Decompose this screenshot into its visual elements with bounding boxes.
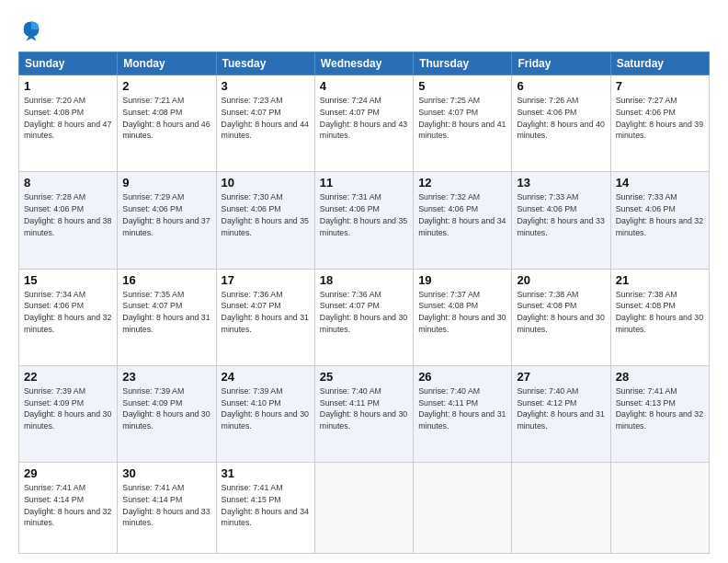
logo-icon (18, 17, 44, 42)
weekday-header-cell: Wednesday (314, 52, 413, 75)
sunrise-label: Sunrise: 7:20 AM (24, 96, 85, 105)
calendar-week-row: 15 Sunrise: 7:34 AM Sunset: 4:06 PM Dayl… (19, 269, 710, 365)
daylight-label: Daylight: 8 hours and 47 minutes. (24, 120, 111, 141)
day-info: Sunrise: 7:38 AM Sunset: 4:08 PM Dayligh… (616, 289, 704, 336)
day-number: 7 (616, 79, 704, 93)
day-info: Sunrise: 7:30 AM Sunset: 4:06 PM Dayligh… (222, 191, 310, 238)
weekday-header-cell: Monday (118, 52, 216, 75)
day-number: 12 (418, 176, 506, 190)
calendar-day-cell: 24 Sunrise: 7:39 AM Sunset: 4:10 PM Dayl… (216, 365, 314, 462)
calendar-day-cell: 27 Sunrise: 7:40 AM Sunset: 4:12 PM Dayl… (512, 365, 610, 462)
calendar-day-cell (512, 463, 610, 554)
day-info: Sunrise: 7:24 AM Sunset: 4:07 PM Dayligh… (320, 95, 408, 142)
day-number: 21 (616, 273, 704, 287)
calendar-day-cell (414, 463, 512, 554)
calendar-day-cell: 11 Sunrise: 7:31 AM Sunset: 4:06 PM Dayl… (314, 172, 413, 269)
sunrise-label: Sunrise: 7:27 AM (616, 96, 677, 105)
calendar-week-row: 22 Sunrise: 7:39 AM Sunset: 4:09 PM Dayl… (19, 365, 710, 462)
day-number: 30 (122, 466, 210, 480)
sunset-label: Sunset: 4:14 PM (24, 495, 84, 504)
day-number: 9 (122, 176, 210, 190)
day-info: Sunrise: 7:38 AM Sunset: 4:08 PM Dayligh… (517, 289, 605, 336)
day-info: Sunrise: 7:40 AM Sunset: 4:11 PM Dayligh… (418, 385, 506, 432)
sunset-label: Sunset: 4:06 PM (517, 204, 576, 213)
sunset-label: Sunset: 4:08 PM (24, 108, 84, 117)
sunset-label: Sunset: 4:06 PM (222, 204, 281, 213)
sunset-label: Sunset: 4:14 PM (122, 495, 182, 504)
day-info: Sunrise: 7:20 AM Sunset: 4:08 PM Dayligh… (24, 95, 112, 142)
sunrise-label: Sunrise: 7:38 AM (517, 290, 578, 299)
sunset-label: Sunset: 4:07 PM (222, 108, 281, 117)
day-number: 17 (222, 273, 310, 287)
calendar-day-cell: 30 Sunrise: 7:41 AM Sunset: 4:14 PM Dayl… (118, 463, 216, 554)
calendar-day-cell: 10 Sunrise: 7:30 AM Sunset: 4:06 PM Dayl… (216, 172, 314, 269)
day-number: 18 (320, 273, 408, 287)
day-info: Sunrise: 7:39 AM Sunset: 4:09 PM Dayligh… (122, 385, 210, 432)
day-number: 23 (122, 370, 210, 384)
sunset-label: Sunset: 4:06 PM (320, 204, 380, 213)
daylight-label: Daylight: 8 hours and 32 minutes. (616, 409, 703, 431)
calendar-body: 1 Sunrise: 7:20 AM Sunset: 4:08 PM Dayli… (19, 75, 710, 554)
calendar-day-cell: 1 Sunrise: 7:20 AM Sunset: 4:08 PM Dayli… (19, 75, 118, 172)
calendar-day-cell: 15 Sunrise: 7:34 AM Sunset: 4:06 PM Dayl… (19, 269, 118, 365)
sunrise-label: Sunrise: 7:39 AM (122, 386, 184, 396)
calendar-day-cell (314, 463, 413, 554)
sunset-label: Sunset: 4:07 PM (122, 301, 182, 310)
daylight-label: Daylight: 8 hours and 40 minutes. (517, 120, 604, 141)
day-number: 5 (418, 79, 506, 93)
sunrise-label: Sunrise: 7:31 AM (320, 192, 381, 201)
sunrise-label: Sunrise: 7:40 AM (418, 386, 480, 396)
calendar-day-cell: 28 Sunrise: 7:41 AM Sunset: 4:13 PM Dayl… (610, 365, 709, 462)
day-number: 11 (320, 176, 408, 190)
sunset-label: Sunset: 4:13 PM (616, 398, 676, 408)
calendar-week-row: 29 Sunrise: 7:41 AM Sunset: 4:14 PM Dayl… (19, 463, 710, 554)
sunrise-label: Sunrise: 7:34 AM (24, 290, 85, 299)
calendar-day-cell: 6 Sunrise: 7:26 AM Sunset: 4:06 PM Dayli… (512, 75, 610, 172)
sunrise-label: Sunrise: 7:41 AM (24, 483, 85, 492)
sunset-label: Sunset: 4:09 PM (122, 398, 182, 408)
calendar-day-cell: 25 Sunrise: 7:40 AM Sunset: 4:11 PM Dayl… (314, 365, 413, 462)
day-number: 13 (517, 176, 605, 190)
sunrise-label: Sunrise: 7:40 AM (517, 386, 578, 396)
day-info: Sunrise: 7:37 AM Sunset: 4:08 PM Dayligh… (418, 289, 506, 336)
sunrise-label: Sunrise: 7:21 AM (122, 96, 184, 105)
calendar-day-cell: 9 Sunrise: 7:29 AM Sunset: 4:06 PM Dayli… (118, 172, 216, 269)
weekday-header-cell: Saturday (610, 52, 709, 75)
day-info: Sunrise: 7:33 AM Sunset: 4:06 PM Dayligh… (517, 191, 605, 238)
daylight-label: Daylight: 8 hours and 30 minutes. (418, 313, 506, 334)
day-info: Sunrise: 7:41 AM Sunset: 4:14 PM Dayligh… (122, 482, 210, 529)
calendar-day-cell: 7 Sunrise: 7:27 AM Sunset: 4:06 PM Dayli… (610, 75, 709, 172)
sunrise-label: Sunrise: 7:38 AM (616, 290, 677, 299)
sunrise-label: Sunrise: 7:30 AM (222, 192, 283, 201)
day-info: Sunrise: 7:23 AM Sunset: 4:07 PM Dayligh… (222, 95, 310, 142)
day-info: Sunrise: 7:40 AM Sunset: 4:11 PM Dayligh… (320, 385, 408, 432)
day-info: Sunrise: 7:39 AM Sunset: 4:10 PM Dayligh… (222, 385, 310, 432)
sunset-label: Sunset: 4:06 PM (24, 204, 84, 213)
calendar-day-cell: 21 Sunrise: 7:38 AM Sunset: 4:08 PM Dayl… (610, 269, 709, 365)
calendar-day-cell: 31 Sunrise: 7:41 AM Sunset: 4:15 PM Dayl… (216, 463, 314, 554)
day-number: 1 (24, 79, 112, 93)
day-number: 27 (517, 370, 605, 384)
day-number: 16 (122, 273, 210, 287)
sunrise-label: Sunrise: 7:26 AM (517, 96, 578, 105)
calendar-day-cell: 16 Sunrise: 7:35 AM Sunset: 4:07 PM Dayl… (118, 269, 216, 365)
day-number: 20 (517, 273, 605, 287)
sunrise-label: Sunrise: 7:25 AM (418, 96, 480, 105)
daylight-label: Daylight: 8 hours and 33 minutes. (122, 507, 210, 528)
sunset-label: Sunset: 4:10 PM (222, 398, 281, 408)
calendar-day-cell: 14 Sunrise: 7:33 AM Sunset: 4:06 PM Dayl… (610, 172, 709, 269)
daylight-label: Daylight: 8 hours and 30 minutes. (222, 409, 309, 431)
calendar-day-cell: 13 Sunrise: 7:33 AM Sunset: 4:06 PM Dayl… (512, 172, 610, 269)
calendar-week-row: 1 Sunrise: 7:20 AM Sunset: 4:08 PM Dayli… (19, 75, 710, 172)
day-info: Sunrise: 7:33 AM Sunset: 4:06 PM Dayligh… (616, 191, 704, 238)
sunset-label: Sunset: 4:07 PM (320, 301, 380, 310)
calendar-day-cell: 17 Sunrise: 7:36 AM Sunset: 4:07 PM Dayl… (216, 269, 314, 365)
daylight-label: Daylight: 8 hours and 34 minutes. (222, 507, 309, 528)
weekday-header-cell: Tuesday (216, 52, 314, 75)
day-info: Sunrise: 7:41 AM Sunset: 4:13 PM Dayligh… (616, 385, 704, 432)
calendar-day-cell: 19 Sunrise: 7:37 AM Sunset: 4:08 PM Dayl… (414, 269, 512, 365)
daylight-label: Daylight: 8 hours and 37 minutes. (122, 216, 210, 237)
sunrise-label: Sunrise: 7:41 AM (122, 483, 184, 492)
day-number: 15 (24, 273, 112, 287)
daylight-label: Daylight: 8 hours and 44 minutes. (222, 120, 309, 141)
